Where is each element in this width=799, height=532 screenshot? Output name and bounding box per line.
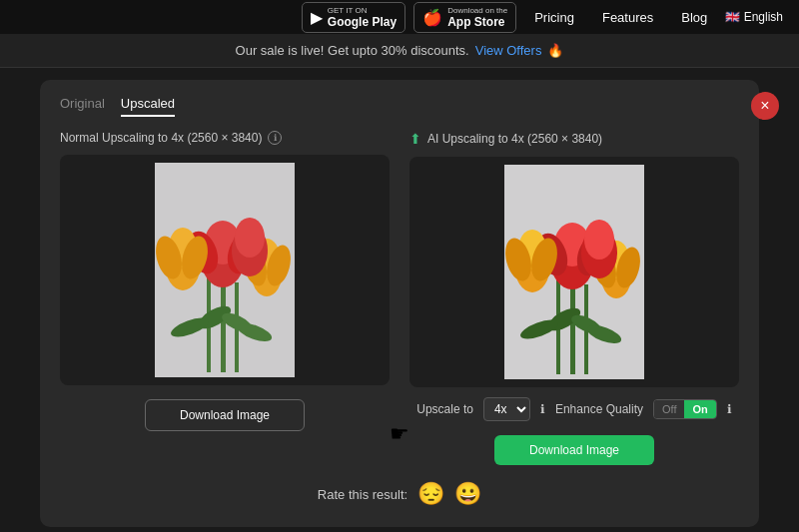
app-store-sub: Download on the [447, 6, 507, 15]
tab-upscaled[interactable]: Upscaled [121, 96, 175, 117]
google-play-main: Google Play [328, 15, 397, 29]
ai-upscaling-label: AI Upscaling to 4x (2560 × 3840) [427, 132, 602, 146]
language-selector[interactable]: 🇬🇧 English [725, 10, 783, 24]
tab-original[interactable]: Original [60, 96, 105, 117]
normal-info-icon[interactable]: ℹ [268, 131, 282, 145]
normal-download-button[interactable]: Download Image [145, 399, 305, 431]
top-nav: ▶ GET IT ON Google Play 🍎 Download on th… [0, 0, 799, 34]
upscale-select[interactable]: 2x 4x 8x [483, 397, 530, 421]
google-play-icon: ▶ [311, 8, 323, 27]
app-store-badge[interactable]: 🍎 Download on the App Store [413, 2, 516, 33]
normal-image-container [60, 155, 390, 385]
normal-upscaling-label: Normal Upscaling to 4x (2560 × 3840) [60, 131, 262, 145]
normal-upscaling-header: Normal Upscaling to 4x (2560 × 3840) ℹ [60, 131, 390, 145]
normal-tulip-image [155, 163, 295, 377]
sad-rating-button[interactable]: 😔 [417, 481, 444, 507]
banner-text: Our sale is live! Get upto 30% discounts… [236, 43, 469, 58]
svg-point-41 [584, 220, 614, 260]
upscale-to-label: Upscale to [416, 402, 473, 416]
happy-rating-button[interactable]: 😀 [454, 481, 481, 507]
toggle-on[interactable]: On [684, 400, 715, 418]
apple-icon: 🍎 [422, 8, 442, 27]
ai-upscale-icon: ⬆ [409, 131, 421, 147]
view-offers-link[interactable]: View Offers [475, 43, 542, 58]
enhance-quality-label: Enhance Quality [555, 402, 643, 416]
ai-download-button[interactable]: Download Image [494, 435, 654, 465]
ai-controls: Upscale to 2x 4x 8x ℹ Enhance Quality Of… [416, 397, 732, 421]
ai-image-container [409, 157, 739, 387]
google-play-sub: GET IT ON [328, 6, 397, 15]
rate-section: Rate this result: 😔 😀 [60, 481, 739, 507]
promo-banner: Our sale is live! Get upto 30% discounts… [0, 34, 799, 68]
pricing-link[interactable]: Pricing [524, 6, 584, 29]
close-button[interactable]: × [751, 92, 779, 120]
upscale-info-icon[interactable]: ℹ [540, 402, 545, 416]
enhance-toggle[interactable]: Off On [653, 399, 717, 419]
rate-label: Rate this result: [318, 487, 407, 502]
ai-tulip-image [504, 165, 644, 379]
ai-upscaling-header: ⬆ AI Upscaling to 4x (2560 × 3840) [409, 131, 739, 147]
google-play-badge[interactable]: ▶ GET IT ON Google Play [302, 2, 405, 33]
comparison-columns: Normal Upscaling to 4x (2560 × 3840) ℹ [60, 131, 739, 465]
fire-emoji: 🔥 [547, 43, 563, 58]
normal-upscaling-column: Normal Upscaling to 4x (2560 × 3840) ℹ [60, 131, 390, 465]
enhance-info-icon[interactable]: ℹ [727, 402, 732, 416]
blog-link[interactable]: Blog [671, 6, 717, 29]
toggle-off[interactable]: Off [654, 400, 684, 418]
cursor-indicator: ☛ [390, 421, 409, 447]
svg-point-19 [235, 218, 265, 258]
app-store-main: App Store [447, 15, 507, 29]
ai-upscaling-column: ⬆ AI Upscaling to 4x (2560 × 3840) [409, 131, 739, 465]
tabs-container: Original Upscaled [60, 96, 739, 117]
features-link[interactable]: Features [592, 6, 663, 29]
main-panel: × Original Upscaled Normal Upscaling to … [40, 80, 759, 527]
